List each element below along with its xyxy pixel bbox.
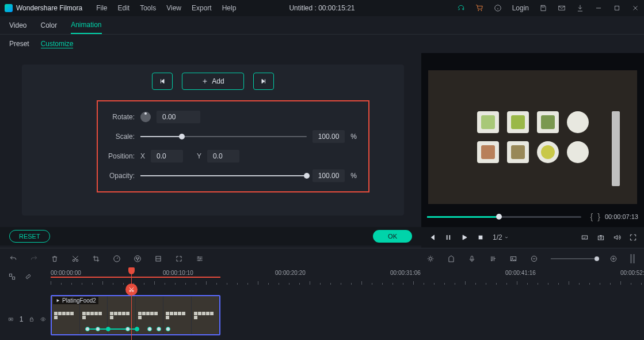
speed-icon[interactable] [113,255,121,263]
redo-icon[interactable] [30,255,38,263]
mark-out-icon[interactable]: } [597,212,600,221]
login-button[interactable]: Login [512,4,529,12]
opacity-slider[interactable] [140,175,307,176]
playhead[interactable] [131,269,132,340]
rotate-input[interactable]: 0.00 [157,111,200,123]
scale-slider[interactable] [140,136,307,137]
fullscreen-icon[interactable] [629,233,637,241]
svg-rect-16 [471,256,473,259]
svg-point-12 [138,257,139,258]
scale-input[interactable]: 100.00 [313,130,345,143]
zoom-out-icon[interactable] [530,255,538,263]
mark-in-icon[interactable]: { [590,212,593,221]
svg-point-11 [136,257,137,258]
zoom-slider[interactable] [551,258,597,259]
pause-icon[interactable] [444,233,452,241]
maximize-icon[interactable] [613,4,621,12]
ruler-tick: 00:00:41:16 [505,270,536,276]
next-keyframe-button[interactable] [253,73,274,90]
prev-keyframe-button[interactable] [152,73,173,90]
scale-unit: % [350,133,357,141]
svg-point-27 [43,319,44,320]
opacity-input[interactable]: 100.00 [313,169,345,182]
save-icon[interactable] [539,4,547,12]
volume-icon[interactable] [613,233,621,241]
pos-x-input[interactable]: 0.0 [151,150,183,163]
subtab-customize[interactable]: Customize [41,40,74,48]
play-range[interactable] [51,277,220,278]
menu-view[interactable]: View [166,4,181,12]
svg-point-15 [429,257,432,260]
scale-label: Scale: [106,133,135,141]
headset-icon[interactable] [457,4,465,12]
menu-file[interactable]: File [96,4,107,12]
lock-icon[interactable] [29,315,35,323]
track-collapse-icon[interactable] [8,273,16,281]
menu-tools[interactable]: Tools [140,4,156,12]
svg-rect-26 [31,319,33,322]
download-icon[interactable] [576,4,584,12]
pos-x-label: X [140,152,145,160]
clip[interactable]: PlatingFood2 [51,295,220,335]
ruler-tick: 00:00:31:06 [390,270,421,276]
preview-content [567,111,589,133]
snapshot-icon[interactable] [597,233,605,241]
add-keyframe-button[interactable]: Add [182,73,244,90]
playhead-cut-icon[interactable] [125,284,138,296]
crop-icon[interactable] [92,255,100,263]
pos-y-label: Y [197,152,201,160]
add-keyframe-label: Add [212,77,224,85]
cart-icon[interactable] [475,4,483,12]
tab-color[interactable]: Color [40,17,57,33]
preview-content [537,111,559,133]
marker-icon[interactable] [447,255,455,263]
rotate-knob[interactable] [140,112,151,122]
svg-rect-2 [615,6,619,10]
pos-y-input[interactable]: 0.0 [207,150,239,163]
audio-mixer-icon[interactable] [489,255,497,263]
zoom-in-icon[interactable] [609,255,618,263]
menu-help[interactable]: Help [222,4,237,12]
app-name: Wondershare Filmora [16,4,82,12]
video-track-icon[interactable] [8,315,14,323]
close-icon[interactable] [631,4,639,12]
tab-video[interactable]: Video [9,17,26,33]
visibility-icon[interactable] [40,315,46,323]
ok-button[interactable]: OK [373,230,412,243]
svg-point-10 [135,255,141,262]
color-icon[interactable] [134,255,142,263]
tab-animation[interactable]: Animation [71,17,101,34]
stop-icon[interactable] [477,233,485,241]
timeline-ruler[interactable]: 00:00:00:00 00:00:10:10 00:00:20:20 00:0… [46,269,644,285]
menu-export[interactable]: Export [192,4,212,12]
cut-icon[interactable] [71,255,79,263]
settings-icon[interactable] [196,255,204,263]
preview-scrubber[interactable] [427,216,581,218]
preview-viewport[interactable] [428,70,637,204]
timeline-tracks: 1 PlatingFood2 [0,285,644,340]
subtab-preset[interactable]: Preset [9,40,29,48]
quality-icon[interactable] [581,233,589,241]
keyframe-lane[interactable] [58,326,214,332]
playback-speed[interactable]: 1/2 [493,233,509,241]
undo-icon[interactable] [9,255,17,263]
greenscreen-icon[interactable] [154,255,162,263]
svg-rect-22 [13,277,15,279]
mail-icon[interactable] [558,4,566,12]
svg-point-13 [137,259,138,260]
delete-icon[interactable] [51,255,59,263]
link-icon[interactable] [24,273,32,281]
expand-icon[interactable] [175,255,183,263]
minimize-icon[interactable] [595,4,603,12]
play-icon[interactable] [460,233,468,241]
step-back-icon[interactable] [428,233,436,241]
render-icon[interactable] [426,255,435,263]
playhead-handle[interactable] [128,267,135,274]
menu-edit[interactable]: Edit [118,4,130,12]
info-icon[interactable] [494,4,502,12]
svg-rect-3 [479,236,482,239]
reset-button[interactable]: RESET [9,230,50,243]
thumbnail-icon[interactable] [509,255,517,263]
preview-content [612,111,620,186]
voiceover-icon[interactable] [468,255,476,263]
